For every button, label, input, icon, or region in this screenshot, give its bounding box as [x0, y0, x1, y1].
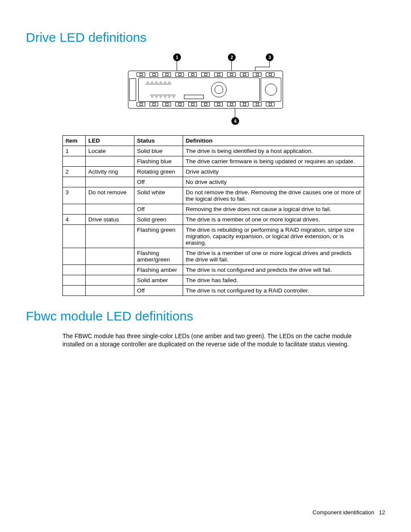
table-cell [63, 265, 86, 275]
table-cell: Solid green [134, 215, 183, 225]
drive-led-diagram: 1 2 3 4 [26, 53, 385, 127]
table-row: 3Do not removeSolid whiteDo not remove t… [63, 187, 364, 204]
table-row: 4Drive statusSolid greenThe drive is a m… [63, 215, 364, 225]
table-header-row: Item LED Status Definition [63, 136, 364, 146]
table-row: OffRemoving the drive does not cause a l… [63, 204, 364, 215]
drive-led-table: Item LED Status Definition 1LocateSolid … [62, 135, 364, 296]
table-row: Flashing amberThe drive is not configure… [63, 265, 364, 275]
th-item: Item [63, 136, 86, 146]
table-cell: Locate [86, 146, 134, 156]
table-cell [63, 156, 86, 167]
table-cell: The drive is being identified by a host … [183, 146, 364, 156]
table-cell [86, 204, 134, 215]
table-cell: The drive is not configured by a RAID co… [183, 286, 364, 296]
table-cell [63, 286, 86, 296]
callout-1: 1 [173, 53, 181, 61]
table-cell [63, 177, 86, 187]
fbwc-paragraph: The FBWC module has three single-color L… [62, 332, 364, 348]
table-cell: No drive activity [183, 177, 364, 187]
table-cell [86, 286, 134, 296]
table-cell: 4 [63, 215, 86, 225]
table-cell: The drive is not configured and predicts… [183, 265, 364, 275]
table-cell: Off [134, 177, 183, 187]
table-row: Flashing amber/greenThe drive is a membe… [63, 248, 364, 265]
table-cell [63, 204, 86, 215]
table-cell: Removing the drive does not cause a logi… [183, 204, 364, 215]
table-row: 2Activity ringRotating greenDrive activi… [63, 167, 364, 177]
table-cell [86, 177, 134, 187]
table-cell [86, 275, 134, 286]
table-cell: Solid amber [134, 275, 183, 286]
table-cell [86, 225, 134, 248]
table-cell: 3 [63, 187, 86, 204]
table-cell: Flashing blue [134, 156, 183, 167]
table-cell: 1 [63, 146, 86, 156]
table-cell [63, 225, 86, 248]
table-cell: Activity ring [86, 167, 134, 177]
table-cell: Solid blue [134, 146, 183, 156]
table-row: OffNo drive activity [63, 177, 364, 187]
table-cell: 2 [63, 167, 86, 177]
table-cell [63, 275, 86, 286]
table-row: 1LocateSolid blueThe drive is being iden… [63, 146, 364, 156]
table-cell: Off [134, 286, 183, 296]
table-row: Flashing blueThe drive carrier firmware … [63, 156, 364, 167]
table-cell: The drive is a member of one or more log… [183, 248, 364, 265]
callout-2: 2 [228, 53, 236, 61]
table-cell [86, 248, 134, 265]
th-led: LED [86, 136, 134, 146]
table-cell: Do not remove [86, 187, 134, 204]
section-heading-fbwc: Fbwc module LED definitions [26, 309, 385, 324]
activity-ring-icon [211, 82, 227, 97]
table-cell: Solid white [134, 187, 183, 204]
table-cell: The drive is rebuilding or performing a … [183, 225, 364, 248]
table-cell: Rotating green [134, 167, 183, 177]
table-cell: The drive has failed. [183, 275, 364, 286]
table-row: Solid amberThe drive has failed. [63, 275, 364, 286]
table-cell [86, 156, 134, 167]
do-not-remove-icon [265, 84, 277, 96]
table-cell [86, 265, 134, 275]
table-cell: Do not remove the drive. Removing the dr… [183, 187, 364, 204]
table-cell: Flashing amber [134, 265, 183, 275]
table-cell: Drive status [86, 215, 134, 225]
table-cell: Off [134, 204, 183, 215]
th-status: Status [134, 136, 183, 146]
th-definition: Definition [183, 136, 364, 146]
table-cell: Flashing amber/green [134, 248, 183, 265]
callout-3: 3 [266, 53, 274, 61]
section-heading-drive-led: Drive LED definitions [26, 30, 385, 45]
table-cell: The drive is a member of one or more log… [183, 215, 364, 225]
table-row: Flashing greenThe drive is rebuilding or… [63, 225, 364, 248]
table-cell: Flashing green [134, 225, 183, 248]
table-cell: The drive carrier firmware is being upda… [183, 156, 364, 167]
table-cell [63, 248, 86, 265]
table-cell: Drive activity [183, 167, 364, 177]
table-row: OffThe drive is not configured by a RAID… [63, 286, 364, 296]
callout-4: 4 [231, 117, 239, 125]
